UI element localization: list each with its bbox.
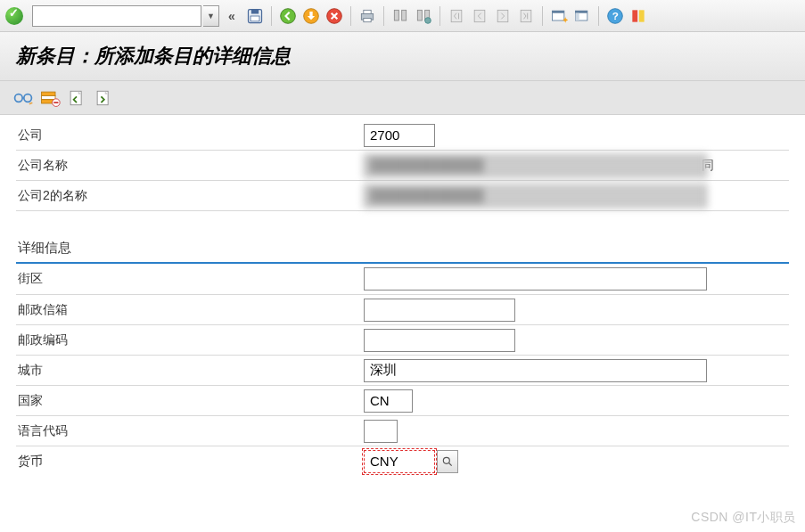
svg-rect-30 bbox=[42, 92, 55, 95]
first-page-icon[interactable] bbox=[446, 5, 467, 27]
svg-point-29 bbox=[24, 94, 32, 102]
customize-icon[interactable] bbox=[628, 5, 649, 27]
svg-rect-14 bbox=[451, 10, 462, 21]
prev-page-icon[interactable] bbox=[469, 5, 490, 27]
status-ok-icon bbox=[5, 7, 23, 25]
pobox-label: 邮政信箱 bbox=[16, 302, 364, 318]
svg-point-3 bbox=[281, 8, 296, 23]
app-toolbar bbox=[0, 81, 805, 115]
command-field[interactable] bbox=[32, 5, 201, 27]
new-session-icon[interactable]: ✦ bbox=[548, 5, 570, 27]
svg-rect-16 bbox=[497, 10, 508, 21]
postcode-input[interactable] bbox=[364, 329, 515, 352]
detail-section: 街区 邮政信箱 邮政编码 城市 国家 语言代码 货币 bbox=[0, 264, 805, 476]
currency-label: 货币 bbox=[16, 454, 364, 470]
back-icon[interactable] bbox=[277, 5, 299, 27]
exit-icon[interactable] bbox=[300, 5, 322, 27]
doc-next-icon[interactable] bbox=[93, 87, 114, 109]
next-page-icon[interactable] bbox=[492, 5, 513, 27]
page-title: 新条目：所添加条目的详细信息 bbox=[0, 32, 805, 81]
separator bbox=[271, 6, 272, 26]
svg-rect-7 bbox=[364, 10, 371, 13]
svg-rect-27 bbox=[639, 10, 645, 21]
country-input[interactable] bbox=[364, 389, 413, 413]
svg-point-36 bbox=[443, 457, 449, 463]
layout-icon[interactable] bbox=[571, 5, 593, 27]
search-help-button[interactable] bbox=[437, 450, 458, 473]
separator bbox=[542, 6, 543, 26]
print-icon[interactable] bbox=[357, 5, 378, 27]
separator bbox=[350, 6, 351, 26]
svg-rect-10 bbox=[402, 10, 407, 20]
svg-rect-23 bbox=[576, 12, 579, 20]
history-back-icon[interactable]: « bbox=[221, 5, 242, 27]
save-icon[interactable] bbox=[244, 5, 266, 27]
svg-text:?: ? bbox=[612, 10, 619, 21]
svg-rect-22 bbox=[576, 11, 587, 13]
find-next-icon[interactable] bbox=[413, 5, 434, 27]
table-delete-icon[interactable] bbox=[39, 87, 61, 109]
company-name-label: 公司名称 bbox=[16, 158, 364, 174]
city-label: 城市 bbox=[16, 363, 364, 379]
svg-rect-8 bbox=[364, 18, 371, 21]
section-title: 详细信息 bbox=[16, 234, 789, 264]
last-page-icon[interactable] bbox=[515, 5, 537, 27]
postcode-label: 邮政编码 bbox=[16, 332, 364, 348]
separator bbox=[383, 6, 384, 26]
svg-text:✦: ✦ bbox=[562, 15, 568, 25]
svg-rect-19 bbox=[553, 11, 564, 13]
svg-point-13 bbox=[425, 17, 431, 23]
svg-rect-9 bbox=[394, 10, 398, 20]
country-label: 国家 bbox=[16, 393, 364, 409]
lang-input[interactable] bbox=[364, 420, 398, 443]
company-name-input[interactable] bbox=[364, 154, 707, 177]
svg-rect-15 bbox=[474, 10, 485, 21]
svg-rect-31 bbox=[42, 95, 55, 99]
currency-input[interactable] bbox=[364, 450, 435, 473]
search-icon bbox=[441, 455, 454, 468]
separator bbox=[598, 6, 599, 26]
svg-rect-26 bbox=[632, 10, 637, 21]
street-label: 街区 bbox=[16, 271, 364, 287]
cancel-icon[interactable] bbox=[324, 5, 345, 27]
doc-prev-icon[interactable] bbox=[66, 87, 87, 109]
svg-rect-1 bbox=[251, 9, 259, 13]
company-label: 公司 bbox=[16, 127, 364, 143]
help-icon[interactable]: ? bbox=[604, 5, 626, 27]
separator bbox=[439, 6, 440, 26]
glasses-icon[interactable] bbox=[12, 87, 34, 109]
lang-label: 语言代码 bbox=[16, 423, 364, 439]
company-input[interactable] bbox=[364, 124, 435, 147]
company2-label: 公司2的名称 bbox=[16, 188, 364, 204]
svg-rect-2 bbox=[251, 16, 259, 21]
form-header-block: 公司 公司名称 同 公司2的名称 bbox=[0, 115, 805, 211]
find-icon[interactable] bbox=[390, 5, 411, 27]
street-input[interactable] bbox=[364, 267, 707, 291]
command-dropdown[interactable]: ▼ bbox=[203, 5, 219, 27]
city-input[interactable] bbox=[364, 359, 707, 382]
pobox-input[interactable] bbox=[364, 299, 515, 322]
company2-input[interactable] bbox=[364, 184, 707, 208]
svg-point-28 bbox=[15, 94, 23, 102]
svg-rect-11 bbox=[417, 10, 422, 20]
system-toolbar: ▼ « ✦ ? bbox=[0, 0, 805, 32]
